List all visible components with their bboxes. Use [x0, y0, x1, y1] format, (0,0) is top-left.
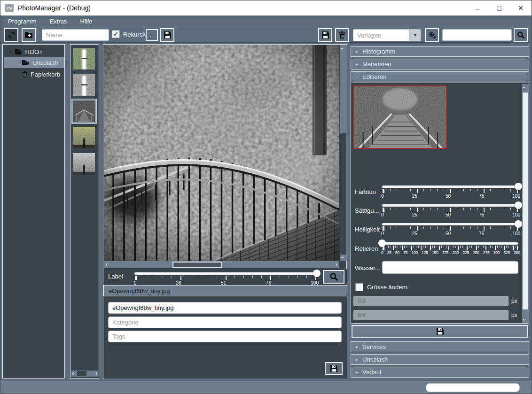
minimize-button[interactable]: –	[467, 0, 488, 15]
tree-item-papierkorb[interactable]: Papierkorb	[4, 70, 64, 79]
tick-label: 25	[412, 231, 417, 236]
rotieren-slider[interactable]: 0255075100125150175200225250275300325360	[382, 242, 518, 256]
main-image[interactable]	[104, 45, 339, 261]
collapsed-icon: ▸	[356, 370, 358, 375]
add-folder-button[interactable]	[22, 28, 36, 42]
image-vscrollbar[interactable]: ‹ ‹	[340, 45, 347, 261]
slider-thumb[interactable]	[313, 270, 321, 277]
search-input[interactable]	[442, 29, 512, 41]
label-slider[interactable]: 1265176100	[134, 272, 317, 285]
status-input[interactable]	[426, 383, 520, 392]
tick-label: 300	[493, 250, 500, 255]
folder-tree-panel: ▾ ROOT Unsplash Papierkorb	[2, 44, 65, 379]
kategorie-input[interactable]	[108, 317, 342, 328]
tick-label: 100	[512, 193, 520, 199]
toolbar: ✓ Rekursiv ... Vorlagen	[0, 27, 532, 43]
zoom-button[interactable]	[323, 270, 344, 284]
edit-preview-image[interactable]	[353, 85, 447, 149]
section-verlauf[interactable]: ▸ Verlauf	[351, 367, 529, 378]
slider-track[interactable]	[382, 204, 518, 207]
slider-track[interactable]	[382, 185, 518, 188]
slider-thumb[interactable]	[515, 220, 522, 228]
width-input[interactable]: 0.0	[353, 296, 509, 306]
close-button[interactable]: ×	[510, 0, 532, 15]
slider-ticks	[383, 226, 518, 231]
thumbnail-waterfall-bw[interactable]	[73, 74, 95, 96]
chevron-right-icon[interactable]: ›	[336, 262, 337, 267]
slider-thumb[interactable]	[515, 183, 522, 190]
filename-input[interactable]	[108, 302, 342, 314]
helligkeit-slider[interactable]: 0255075100	[382, 223, 518, 237]
save-edits-button[interactable]	[352, 325, 528, 338]
save-template-button[interactable]	[318, 28, 332, 42]
tags-input[interactable]	[108, 331, 342, 342]
section-unsplash[interactable]: ▸ Unsplash	[351, 354, 529, 365]
chevron-left-icon[interactable]: ‹	[72, 371, 74, 376]
slider-track[interactable]	[382, 223, 518, 225]
image-hscrollbar[interactable]: ‹ ›	[104, 261, 339, 268]
saettigung-label: Sättigu...	[355, 207, 380, 214]
tree-item-root[interactable]: ▾ ROOT	[4, 47, 64, 57]
thumbnail-waterfall-color[interactable]	[73, 48, 95, 70]
thumbnail-tree-bw[interactable]	[73, 153, 95, 175]
scrollbar-thumb[interactable]	[172, 262, 222, 268]
settings-button[interactable]	[425, 28, 439, 42]
refresh-button[interactable]	[4, 28, 18, 42]
scrollbar-thumb[interactable]	[340, 133, 346, 255]
search-button[interactable]	[514, 28, 528, 42]
chevron-left-icon[interactable]: ‹	[106, 262, 108, 267]
farbton-slider[interactable]: 0255075100	[382, 185, 518, 200]
collapsed-icon: ▸	[356, 62, 358, 67]
chevron-down-icon[interactable]: ‹	[522, 319, 526, 321]
rekursiv-checkbox[interactable]: ✓	[112, 30, 120, 38]
chevron-down-icon[interactable]: ‹	[340, 256, 344, 258]
chevron-down-icon[interactable]: ▼	[409, 30, 421, 41]
name-input[interactable]	[42, 29, 109, 41]
expander-icon[interactable]: ▾	[9, 50, 12, 54]
save-metadata-button[interactable]	[325, 362, 343, 375]
window-title: PhotoManager - (Debug)	[18, 4, 91, 12]
thumbnail-scrollbar[interactable]: ‹ ›	[71, 371, 98, 377]
editieren-scrollbar[interactable]: ‹ ‹	[522, 84, 529, 323]
section-label: Services	[362, 343, 386, 350]
section-metadaten[interactable]: ▸ Metadaten	[351, 59, 529, 70]
saettigung-slider[interactable]: 0255075100	[382, 204, 518, 218]
wasserzeichen-input[interactable]	[382, 261, 518, 274]
groesse-aendern-checkbox[interactable]	[355, 283, 363, 291]
chevron-up-icon[interactable]: ‹	[522, 87, 526, 89]
chevron-up-icon[interactable]: ‹	[340, 48, 344, 50]
height-input[interactable]: 0.0	[353, 310, 509, 320]
maximize-button[interactable]: □	[488, 0, 510, 15]
thumbnail-tree-color[interactable]	[73, 127, 95, 148]
collapsed-icon: ▸	[356, 357, 358, 362]
tick-label: 360	[514, 250, 520, 255]
slider-thumb[interactable]	[378, 239, 386, 247]
tick-label: 275	[483, 250, 490, 255]
section-label: Histogramm	[362, 48, 395, 55]
thumbnail-bridge-bw[interactable]	[73, 100, 95, 122]
save-icon	[330, 364, 338, 372]
save-search-button[interactable]	[160, 28, 174, 42]
section-histogramm[interactable]: ▸ Histogramm	[351, 46, 529, 57]
section-label: Editieren	[362, 73, 386, 80]
trash-icon	[338, 31, 346, 39]
tree-item-unsplash[interactable]: Unsplash	[4, 57, 64, 68]
menu-extras[interactable]: Extras	[50, 18, 67, 25]
slider-track[interactable]	[134, 272, 317, 275]
vorlagen-dropdown[interactable]: Vorlagen ▼	[353, 29, 421, 41]
chevron-right-icon[interactable]: ›	[95, 371, 97, 376]
slider-thumb[interactable]	[515, 201, 522, 209]
section-label: Verlauf	[362, 369, 381, 376]
scrollbar-thumb[interactable]	[77, 371, 86, 376]
menu-hilfe[interactable]: Hilfe	[80, 18, 93, 25]
section-services[interactable]: ▸ Services	[351, 341, 529, 352]
delete-template-button[interactable]	[335, 28, 349, 42]
slider-track[interactable]	[382, 242, 518, 245]
scrollbar-thumb[interactable]	[523, 93, 528, 309]
browse-button[interactable]: ...	[146, 29, 158, 41]
section-editieren[interactable]: ▾ Editieren	[351, 71, 529, 82]
height-value: 0.0	[358, 312, 366, 318]
editieren-panel: ‹ ‹ Farbton 0255075100 Sättigu... 025507…	[351, 83, 529, 324]
save-icon	[321, 31, 329, 39]
menu-programm[interactable]: Programm	[8, 18, 37, 25]
